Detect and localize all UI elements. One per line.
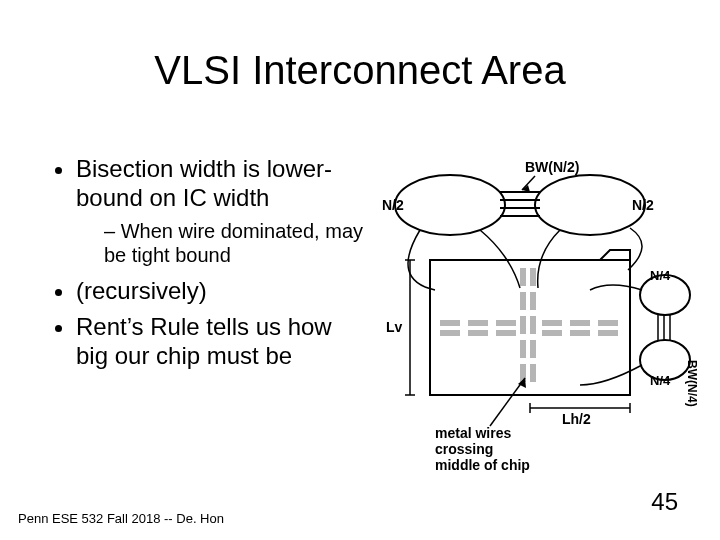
svg-rect-18 xyxy=(530,364,536,382)
ellipse-n2-left xyxy=(395,175,505,235)
svg-rect-20 xyxy=(440,330,460,336)
svg-rect-22 xyxy=(468,330,488,336)
svg-rect-15 xyxy=(520,340,526,358)
svg-rect-26 xyxy=(542,330,562,336)
svg-rect-13 xyxy=(520,316,526,334)
svg-rect-12 xyxy=(530,292,536,310)
svg-rect-9 xyxy=(520,268,526,286)
bullet-1: Bisection width is lower-bound on IC wid… xyxy=(76,155,368,267)
vertical-wires xyxy=(520,268,536,382)
svg-rect-21 xyxy=(468,320,488,326)
bullet-2: (recursively) xyxy=(76,277,368,306)
page-title: VLSI Interconnect Area xyxy=(0,48,720,93)
caption-line-3: middle of chip xyxy=(435,457,530,473)
diagram: BW(N/2) N/2 N/2 Lv xyxy=(380,160,700,480)
label-n4-top: N/4 xyxy=(650,268,671,283)
caption-line-1: metal wires xyxy=(435,425,511,441)
svg-rect-27 xyxy=(570,320,590,326)
svg-rect-23 xyxy=(496,320,516,326)
svg-rect-19 xyxy=(440,320,460,326)
label-n2-left: N/2 xyxy=(382,197,404,213)
svg-rect-30 xyxy=(598,330,618,336)
label-lh2: Lh/2 xyxy=(562,411,591,427)
svg-rect-25 xyxy=(542,320,562,326)
bullet-3: Rent’s Rule tells us how big our chip mu… xyxy=(76,313,368,371)
body-text: Bisection width is lower-bound on IC wid… xyxy=(48,155,368,379)
label-n4-bot: N/4 xyxy=(650,373,671,388)
sub-bullet-1: When wire dominated, may be tight bound xyxy=(104,219,368,267)
page-number: 45 xyxy=(651,488,678,516)
label-bw-n2: BW(N/2) xyxy=(525,160,579,175)
svg-rect-29 xyxy=(598,320,618,326)
footer-text: Penn ESE 532 Fall 2018 -- De. Hon xyxy=(18,511,224,526)
label-lv: Lv xyxy=(386,319,403,335)
bullet-1-text: Bisection width is lower-bound on IC wid… xyxy=(76,155,332,211)
caption-line-2: crossing xyxy=(435,441,493,457)
svg-rect-24 xyxy=(496,330,516,336)
ellipse-n2-right xyxy=(535,175,645,235)
bullet-list: Bisection width is lower-bound on IC wid… xyxy=(48,155,368,371)
sub-bullet-list: When wire dominated, may be tight bound xyxy=(76,219,368,267)
diagram-svg: BW(N/2) N/2 N/2 Lv xyxy=(380,160,700,480)
slide: VLSI Interconnect Area Bisection width i… xyxy=(0,0,720,540)
svg-line-37 xyxy=(490,378,525,426)
svg-rect-10 xyxy=(530,268,536,286)
horizontal-wires xyxy=(440,320,618,336)
label-bw-n4: BW(N/4) xyxy=(685,360,699,407)
svg-rect-28 xyxy=(570,330,590,336)
svg-rect-16 xyxy=(530,340,536,358)
svg-rect-14 xyxy=(530,316,536,334)
svg-rect-11 xyxy=(520,292,526,310)
label-n2-right: N/2 xyxy=(632,197,654,213)
